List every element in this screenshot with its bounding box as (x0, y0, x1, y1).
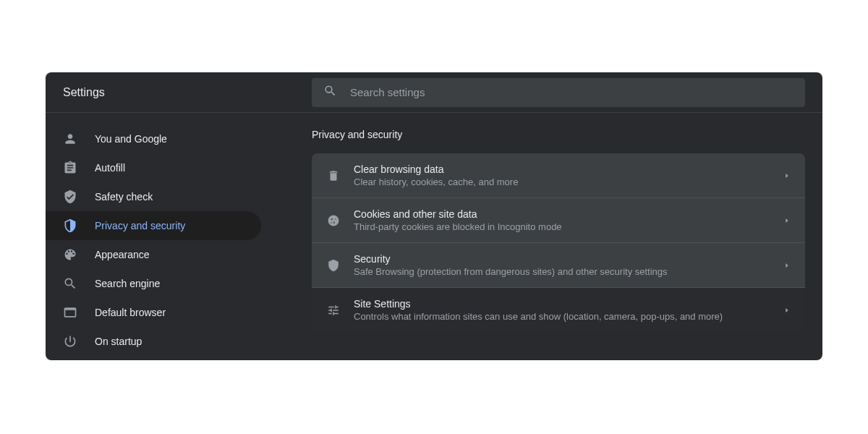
sidebar-item-label: Autofill (95, 162, 125, 174)
power-icon (63, 334, 77, 349)
sidebar-item-label: Privacy and security (95, 220, 185, 231)
trash-icon (326, 169, 341, 182)
topbar: Settings (46, 72, 822, 113)
tune-icon (326, 304, 341, 317)
sidebar-item-label: You and Google (95, 133, 167, 145)
browser-icon (63, 305, 77, 320)
sidebar-item-safety-check[interactable]: Safety check (46, 182, 261, 211)
chevron-right-icon (783, 259, 791, 272)
row-title: Clear browsing data (354, 163, 783, 175)
row-cookies[interactable]: Cookies and other site data Third-party … (312, 197, 805, 242)
sidebar-item-privacy-and-security[interactable]: Privacy and security (46, 211, 261, 240)
search-input[interactable] (350, 86, 793, 98)
row-title: Cookies and other site data (354, 208, 783, 220)
page-title: Settings (46, 86, 312, 99)
person-icon (63, 132, 77, 146)
sidebar-item-label: Safety check (95, 191, 153, 203)
sidebar-item-label: On startup (95, 336, 142, 347)
main-content: Privacy and security Clear browsing data… (270, 113, 822, 356)
sidebar-item-label: Default browser (95, 307, 166, 318)
row-clear-browsing-data[interactable]: Clear browsing data Clear history, cooki… (312, 153, 805, 197)
row-title: Site Settings (354, 298, 783, 310)
sidebar-item-on-startup[interactable]: On startup (46, 327, 261, 356)
search-icon (323, 84, 337, 101)
cookie-icon (326, 214, 341, 227)
row-security[interactable]: Security Safe Browsing (protection from … (312, 242, 805, 287)
sidebar-item-default-browser[interactable]: Default browser (46, 298, 261, 327)
sidebar: You and Google Autofill Safety check Pri… (46, 113, 270, 356)
row-subtitle: Controls what information sites can use … (354, 311, 783, 322)
sidebar-item-autofill[interactable]: Autofill (46, 153, 261, 182)
sidebar-item-label: Appearance (95, 249, 150, 260)
palette-icon (63, 247, 77, 262)
shield-icon (63, 218, 77, 233)
sidebar-item-you-and-google[interactable]: You and Google (46, 124, 261, 153)
chevron-right-icon (783, 169, 791, 182)
section-title: Privacy and security (312, 129, 805, 140)
sidebar-item-label: Search engine (95, 278, 160, 289)
search-icon (63, 276, 77, 291)
row-subtitle: Third-party cookies are blocked in Incog… (354, 221, 783, 232)
sidebar-item-search-engine[interactable]: Search engine (46, 269, 261, 298)
row-subtitle: Clear history, cookies, cache, and more (354, 176, 783, 187)
row-title: Security (354, 253, 783, 265)
settings-card: Clear browsing data Clear history, cooki… (312, 153, 805, 332)
chevron-right-icon (783, 304, 791, 317)
shield-check-icon (63, 190, 77, 204)
chevron-right-icon (783, 214, 791, 227)
row-site-settings[interactable]: Site Settings Controls what information … (312, 287, 805, 332)
search-box[interactable] (312, 78, 805, 107)
row-subtitle: Safe Browsing (protection from dangerous… (354, 266, 783, 277)
clipboard-icon (63, 161, 77, 175)
sidebar-item-appearance[interactable]: Appearance (46, 240, 261, 269)
settings-window: Settings You and Google Autofill (46, 72, 822, 360)
shield-icon (326, 259, 341, 272)
